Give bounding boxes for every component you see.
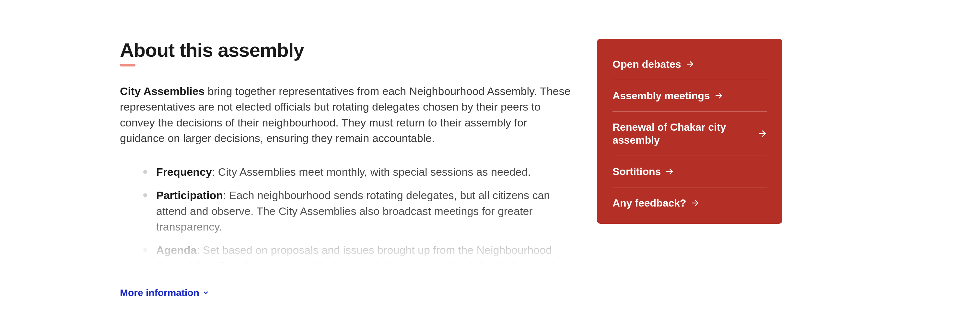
arrow-right-icon xyxy=(686,60,694,69)
main-content: About this assembly City Assemblies brin… xyxy=(120,39,574,298)
list-item: Participation: Each neighbourhood sends … xyxy=(143,187,574,235)
page-title: About this assembly xyxy=(120,39,574,61)
list-item: Agenda: Set based on proposals and issue… xyxy=(143,242,574,274)
sidebar-item-label: Any feedback? xyxy=(612,196,686,209)
sidebar-item-label: Assembly meetings xyxy=(612,89,710,102)
bullet-text: : City Assemblies meet monthly, with spe… xyxy=(212,166,531,178)
sidebar-item-label: Sortitions xyxy=(612,165,661,178)
bullet-text: : Set based on proposals and issues brou… xyxy=(156,244,554,274)
more-information-label: More information xyxy=(120,287,199,298)
bullet-label: Participation xyxy=(156,189,223,201)
title-underline xyxy=(120,64,135,67)
bullet-label: Frequency xyxy=(156,166,212,178)
collapsed-content: Frequency: City Assemblies meet monthly,… xyxy=(120,164,574,274)
arrow-right-icon xyxy=(691,199,699,207)
sidebar: Open debates Assembly meetings Renewal o… xyxy=(597,39,782,224)
sidebar-item-label: Renewal of Chakar city assembly xyxy=(612,121,752,147)
bullet-label: Agenda xyxy=(156,244,197,256)
bullet-list: Frequency: City Assemblies meet monthly,… xyxy=(120,164,574,274)
more-information-link[interactable]: More information xyxy=(120,287,209,298)
intro-paragraph: City Assemblies bring together represent… xyxy=(120,83,574,146)
sidebar-item-renewal-chakar[interactable]: Renewal of Chakar city assembly xyxy=(612,112,767,156)
chevron-down-icon xyxy=(202,289,209,296)
sidebar-item-label: Open debates xyxy=(612,58,681,71)
sidebar-item-sortitions[interactable]: Sortitions xyxy=(612,156,767,187)
list-item: Frequency: City Assemblies meet monthly,… xyxy=(143,164,574,180)
arrow-right-icon xyxy=(714,91,723,100)
sidebar-item-feedback[interactable]: Any feedback? xyxy=(612,187,767,219)
intro-bold: City Assemblies xyxy=(120,85,205,97)
arrow-right-icon xyxy=(665,167,674,176)
sidebar-item-open-debates[interactable]: Open debates xyxy=(612,49,767,80)
arrow-right-icon xyxy=(758,129,767,138)
sidebar-item-assembly-meetings[interactable]: Assembly meetings xyxy=(612,80,767,112)
